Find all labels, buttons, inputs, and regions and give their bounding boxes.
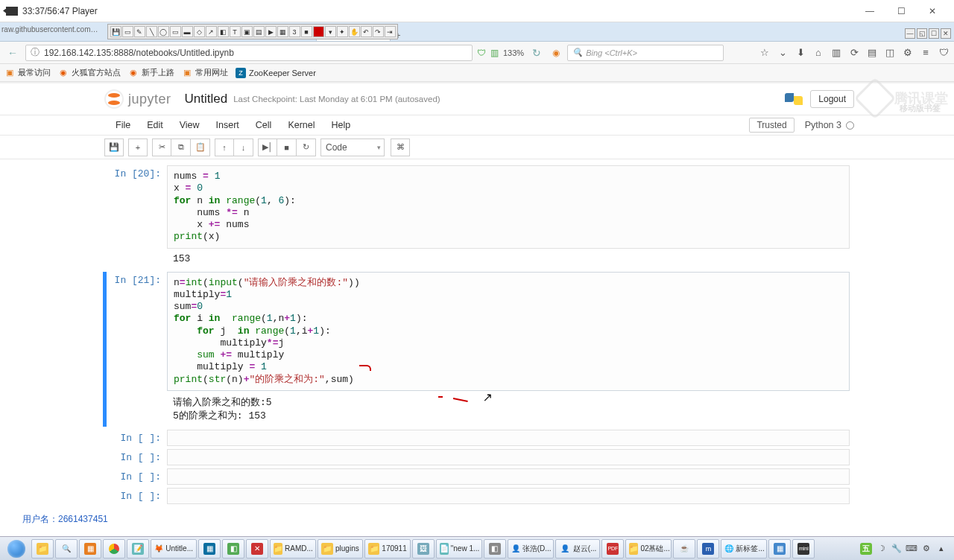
tray-keyboard-icon[interactable]: ⌨: [906, 544, 917, 554]
system-tray[interactable]: 五 ☽ 🔧 ⌨ ⚙ ▴: [860, 543, 951, 555]
taskbar-java[interactable]: ☕: [673, 539, 695, 559]
code-input[interactable]: [167, 430, 850, 446]
tool-pencil-icon[interactable]: ✎: [134, 26, 145, 37]
notebook-body[interactable]: In [20]: nums = 1 x = 0 for n in range(1…: [0, 159, 954, 536]
logout-button[interactable]: Logout: [810, 90, 854, 108]
tray-chevron-up-icon[interactable]: ▴: [936, 544, 947, 554]
security-shield-icon[interactable]: 🛡: [477, 48, 486, 58]
back-button[interactable]: ←: [4, 45, 21, 61]
ime-indicator[interactable]: 五: [860, 543, 872, 555]
tabwin-min-icon[interactable]: —: [905, 28, 915, 39]
trusted-indicator[interactable]: Trusted: [749, 118, 794, 133]
tool-screen-icon[interactable]: ▤: [253, 26, 265, 37]
tool-image-icon[interactable]: ▣: [241, 26, 253, 37]
taskbar-maxthon[interactable]: m: [697, 539, 719, 559]
minimize-button[interactable]: —: [854, 1, 885, 22]
taskbar-new1[interactable]: 📄"new 1...: [436, 539, 482, 559]
tool-stop-icon[interactable]: ■: [301, 26, 312, 37]
tabwin-restore-icon[interactable]: ◱: [917, 28, 927, 39]
tray-moon-icon[interactable]: ☽: [876, 544, 887, 554]
bookmark-item[interactable]: ▣最常访问: [4, 67, 51, 78]
security-red-icon[interactable]: 🛡: [938, 47, 950, 59]
code-cell-selected[interactable]: In [21]: n=int(input("请输入阶乘之和的数:")) mult…: [104, 272, 850, 427]
home-icon[interactable]: ⌂: [812, 47, 824, 59]
code-input[interactable]: [167, 468, 850, 485]
menu-cell[interactable]: Cell: [247, 120, 280, 130]
tool-grid-icon[interactable]: ▦: [277, 26, 288, 37]
tool-line-icon[interactable]: ╲: [146, 26, 157, 37]
jupyter-logo[interactable]: jupyter: [104, 89, 171, 109]
menu-insert[interactable]: Insert: [208, 120, 247, 130]
taskbar-explorer[interactable]: 📁: [31, 539, 54, 559]
copy-button[interactable]: ⧉: [171, 139, 191, 156]
sync-icon[interactable]: ⟳: [848, 47, 860, 59]
taskbar-chat2[interactable]: 👤赵云(...: [555, 539, 601, 559]
tracking-icon[interactable]: ▥: [490, 48, 499, 58]
annotation-toolbar[interactable]: 💾 ▭ ✎ ╲ ◯ ▭ ▬ ◇ ↗ ◧ T ▣ ▤ ▶ ▦ 3 ■ ▾ ✦ ✋ …: [107, 24, 398, 39]
sidebar-icon[interactable]: ▥: [830, 47, 842, 59]
zoom-level[interactable]: 133%: [503, 48, 524, 57]
tool-eraser-icon[interactable]: ◧: [218, 26, 229, 37]
taskbar-ramd[interactable]: 📁RAMD...: [270, 539, 316, 559]
tool-num-icon[interactable]: 3: [289, 26, 300, 37]
run-button[interactable]: ▶│: [258, 139, 277, 156]
bookmark-star-icon[interactable]: ☆: [759, 47, 771, 59]
cut-button[interactable]: ✂: [152, 139, 171, 156]
tool-rect-icon[interactable]: ▭: [170, 26, 181, 37]
search-input[interactable]: 🔍 Bing <Ctrl+K>: [567, 45, 724, 61]
menu-help[interactable]: Help: [323, 120, 359, 130]
bookmark-item[interactable]: ◉火狐官方站点: [58, 67, 121, 78]
tool-circle-icon[interactable]: ◯: [158, 26, 169, 37]
tool-redo-icon[interactable]: ↷: [373, 26, 384, 37]
taskbar-chrome[interactable]: [103, 539, 125, 559]
code-input[interactable]: nums = 1 x = 0 for n in range(1, 6): num…: [167, 165, 850, 249]
tool-fillrect-icon[interactable]: ▬: [182, 26, 193, 37]
bookmark-item[interactable]: ZZooKeeper Server: [236, 68, 316, 78]
library-icon[interactable]: ▤: [866, 47, 878, 59]
taskbar-minip[interactable]: mini: [792, 539, 815, 559]
interrupt-button[interactable]: ■: [277, 139, 297, 156]
tool-hand-icon[interactable]: ✋: [349, 26, 360, 37]
menu-view[interactable]: View: [171, 120, 208, 130]
menu-file[interactable]: File: [107, 120, 139, 130]
taskbar-plugins[interactable]: 📁plugins: [318, 539, 363, 559]
tool-save-icon[interactable]: 💾: [110, 26, 121, 37]
taskbar-course[interactable]: 📁02基础...: [625, 539, 672, 559]
tabwin-max-icon[interactable]: ☐: [929, 28, 939, 39]
menu-kernel[interactable]: Kernel: [279, 120, 323, 130]
tool-undo-icon[interactable]: ↶: [361, 26, 372, 37]
settings-icon[interactable]: ⚙: [902, 47, 914, 59]
taskbar-app[interactable]: ◧: [484, 539, 506, 559]
address-input[interactable]: ⓘ 192.168.142.135:8888/notebooks/Untitle…: [25, 45, 473, 61]
taskbar-sublime[interactable]: ▦: [79, 539, 101, 559]
taskbar-notepad[interactable]: 📝: [127, 539, 149, 559]
menu-icon[interactable]: ≡: [920, 47, 932, 59]
tool-play-icon[interactable]: ▶: [265, 26, 277, 37]
taskbar-chat1[interactable]: 👤张浩(D...: [508, 539, 554, 559]
notebook-title[interactable]: Untitled: [185, 92, 228, 106]
tool-arrow-icon[interactable]: ↗: [206, 26, 217, 37]
move-up-button[interactable]: ↑: [215, 139, 234, 156]
code-cell-empty[interactable]: In [ ]:: [104, 449, 850, 465]
taskbar-app[interactable]: ▦: [198, 539, 221, 559]
tray-gear-icon[interactable]: ⚙: [921, 544, 932, 554]
code-input[interactable]: [167, 449, 850, 465]
kernel-indicator[interactable]: Python 3: [805, 120, 854, 130]
tabwin-close-icon[interactable]: ✕: [941, 28, 951, 39]
taskbar-app[interactable]: ▦: [768, 539, 791, 559]
code-cell-empty[interactable]: In [ ]:: [104, 488, 850, 504]
add-cell-button[interactable]: +: [128, 139, 148, 156]
taskbar-newtab[interactable]: 🌐新标签...: [721, 539, 767, 559]
close-button[interactable]: ✕: [917, 1, 948, 22]
code-cell[interactable]: In [20]: nums = 1 x = 0 for n in range(1…: [104, 165, 850, 269]
taskbar-image[interactable]: 🖼: [412, 539, 435, 559]
bookmark-item[interactable]: ◉新手上路: [128, 67, 174, 78]
start-button[interactable]: [3, 538, 30, 559]
tool-wand-icon[interactable]: ✦: [337, 26, 348, 37]
tool-dropdown-icon[interactable]: ▾: [325, 26, 336, 37]
celltype-select[interactable]: Code: [320, 139, 385, 156]
pocket-icon[interactable]: ⌄: [777, 47, 789, 59]
move-down-button[interactable]: ↓: [234, 139, 253, 156]
tool-pointer-icon[interactable]: ▭: [122, 26, 133, 37]
reload-button[interactable]: ↻: [528, 45, 545, 61]
